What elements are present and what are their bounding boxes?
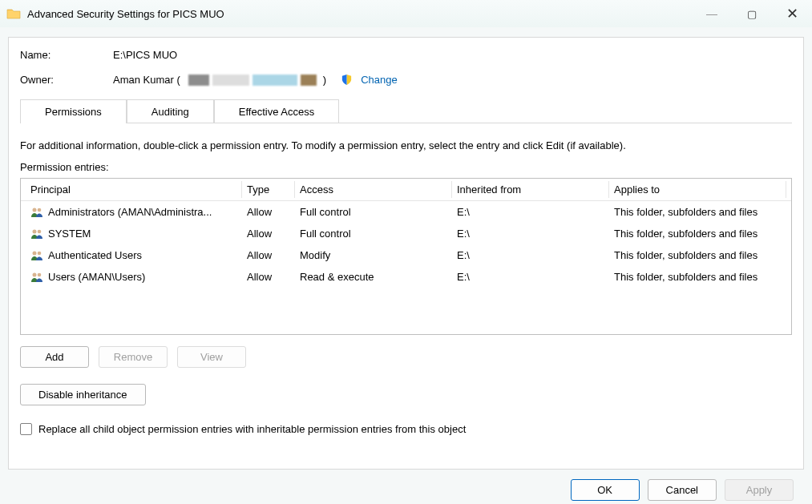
cell-inherited: E:\ xyxy=(452,204,609,220)
maximize-button[interactable] xyxy=(732,0,772,27)
cell-access: Read & execute xyxy=(295,268,452,285)
table-row[interactable]: Authenticated UsersAllowModifyE:\This fo… xyxy=(21,244,791,266)
ok-button[interactable]: OK xyxy=(571,479,640,501)
col-applies[interactable]: Applies to xyxy=(609,181,786,198)
redacted-owner-account xyxy=(188,75,317,86)
svg-point-4 xyxy=(33,251,37,255)
svg-point-1 xyxy=(38,208,42,212)
replace-checkbox[interactable] xyxy=(20,423,32,435)
tab-permissions[interactable]: Permissions xyxy=(20,99,127,123)
owner-prefix: Aman Kumar ( xyxy=(113,74,180,86)
folder-icon xyxy=(6,7,21,20)
cell-principal: SYSTEM xyxy=(26,225,242,242)
remove-button: Remove xyxy=(99,346,168,368)
cell-principal: Authenticated Users xyxy=(26,247,242,264)
cell-access: Full control xyxy=(295,225,452,242)
list-header: Principal Type Access Inherited from App… xyxy=(21,179,791,201)
svg-point-3 xyxy=(38,229,42,233)
window-title: Advanced Security Settings for PICS MUO xyxy=(27,8,692,20)
owner-suffix: ) xyxy=(323,74,326,86)
table-row[interactable]: Users (AMAN\Users)AllowRead & executeE:\… xyxy=(21,266,791,288)
cell-inherited: E:\ xyxy=(452,247,609,264)
entry-buttons: Add Remove View xyxy=(20,346,792,368)
svg-point-7 xyxy=(38,272,42,276)
titlebar: Advanced Security Settings for PICS MUO xyxy=(0,0,812,27)
users-icon xyxy=(30,250,43,261)
name-label: Name: xyxy=(20,49,113,61)
col-type[interactable]: Type xyxy=(242,181,295,198)
table-row[interactable]: SYSTEMAllowFull controlE:\This folder, s… xyxy=(21,223,791,244)
users-icon xyxy=(30,207,43,218)
cell-applies: This folder, subfolders and files xyxy=(609,268,786,285)
svg-point-5 xyxy=(38,251,42,255)
permission-list[interactable]: Principal Type Access Inherited from App… xyxy=(20,178,792,335)
cell-applies: This folder, subfolders and files xyxy=(609,204,786,220)
disable-inheritance-button[interactable]: Disable inheritance xyxy=(20,384,146,405)
view-button: View xyxy=(177,346,246,368)
inheritance-row: Disable inheritance xyxy=(20,384,792,405)
col-principal[interactable]: Principal xyxy=(26,181,242,198)
add-button[interactable]: Add xyxy=(20,346,89,368)
svg-point-6 xyxy=(33,272,37,276)
cancel-button[interactable]: Cancel xyxy=(648,479,717,501)
col-access[interactable]: Access xyxy=(295,181,452,198)
cell-access: Full control xyxy=(295,204,452,220)
name-row: Name: E:\PICS MUO xyxy=(20,49,792,61)
name-value: E:\PICS MUO xyxy=(113,49,177,61)
cell-type: Allow xyxy=(242,225,295,242)
apply-button: Apply xyxy=(725,479,794,501)
cell-access: Modify xyxy=(295,247,452,264)
minimize-button[interactable] xyxy=(692,0,732,27)
table-row[interactable]: Administrators (AMAN\Administra...AllowF… xyxy=(21,201,791,223)
replace-checkbox-row[interactable]: Replace all child object permission entr… xyxy=(20,423,792,435)
tab-effective-access[interactable]: Effective Access xyxy=(214,99,339,123)
window-controls xyxy=(692,0,812,27)
shield-icon xyxy=(341,74,353,86)
change-owner-link[interactable]: Change xyxy=(361,74,398,86)
cell-principal: Administrators (AMAN\Administra... xyxy=(26,204,242,220)
cell-applies: This folder, subfolders and files xyxy=(609,225,786,242)
col-inherited[interactable]: Inherited from xyxy=(452,181,609,198)
svg-point-2 xyxy=(33,229,37,233)
owner-value: Aman Kumar ( ) Change xyxy=(113,74,398,86)
cell-type: Allow xyxy=(242,247,295,264)
footer-buttons: OK Cancel Apply xyxy=(571,479,794,501)
owner-row: Owner: Aman Kumar ( ) Change xyxy=(20,74,792,86)
cell-inherited: E:\ xyxy=(452,268,609,285)
tabs: Permissions Auditing Effective Access xyxy=(20,99,792,123)
replace-checkbox-label: Replace all child object permission entr… xyxy=(38,423,466,435)
svg-point-0 xyxy=(33,208,37,212)
cell-inherited: E:\ xyxy=(452,225,609,242)
cell-type: Allow xyxy=(242,204,295,220)
entries-label: Permission entries: xyxy=(20,161,792,173)
cell-applies: This folder, subfolders and files xyxy=(609,247,786,264)
cell-principal: Users (AMAN\Users) xyxy=(26,268,242,285)
tab-auditing[interactable]: Auditing xyxy=(127,99,214,123)
close-button[interactable] xyxy=(772,0,812,27)
cell-type: Allow xyxy=(242,268,295,285)
instructions-text: For additional information, double-click… xyxy=(20,139,792,151)
owner-label: Owner: xyxy=(20,74,113,86)
main-panel: Name: E:\PICS MUO Owner: Aman Kumar ( ) … xyxy=(8,37,804,470)
users-icon xyxy=(30,228,43,240)
users-icon xyxy=(30,272,43,283)
